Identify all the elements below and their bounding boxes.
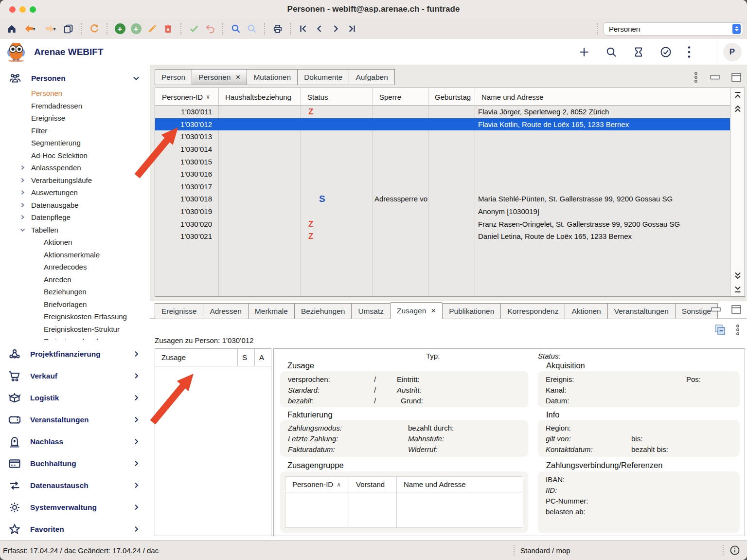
new-record-icon[interactable]: + xyxy=(113,22,126,36)
tab-zusagen[interactable]: Zusagen × xyxy=(390,302,443,319)
stacked-view-icon[interactable] xyxy=(714,324,727,336)
column-header-personen-id[interactable]: Personen-ID∨ xyxy=(155,93,218,101)
table-row[interactable]: 1’030’018 S Adresssperre vo Maria Stehlé… xyxy=(155,193,730,205)
table-row[interactable]: 1’030’014 xyxy=(155,143,730,156)
sidebar-section-systemverwaltung[interactable]: Systemverwaltung xyxy=(0,496,150,518)
sidebar-section-veranstaltungen[interactable]: Veranstaltungen xyxy=(0,409,150,431)
sidebar-item-segmentierung[interactable]: Segmentierung xyxy=(0,137,150,149)
table-row[interactable]: 1’030’020 Z Franz Rasen-Oringelet, St. G… xyxy=(155,217,730,230)
sidebar-section-personen[interactable]: Personen xyxy=(0,70,150,87)
tasks-check-circle-icon[interactable] xyxy=(659,46,672,58)
scroll-to-bottom-icon[interactable] xyxy=(733,286,742,293)
sidebar-item-aktionen[interactable]: Aktionen xyxy=(0,236,150,249)
tab-ereignisse[interactable]: Ereignisse xyxy=(155,303,203,319)
tab-dokumente[interactable]: Dokumente xyxy=(297,69,349,85)
tab-personen[interactable]: Personen × xyxy=(192,69,247,85)
next-record-icon[interactable] xyxy=(329,22,342,36)
maximize-panel-icon[interactable] xyxy=(731,73,741,82)
column-header-personen-id[interactable]: Personen-ID ∧ xyxy=(285,477,349,492)
table-row[interactable]: 1’030’011 Z Flavia Jörger, Sperletweg 2,… xyxy=(155,106,730,118)
sidebar-item-fremdadressen[interactable]: Fremdadressen xyxy=(0,100,150,112)
sidebar-item-ereigniskosten-struktur[interactable]: Ereigniskosten-Struktur xyxy=(0,323,150,336)
sidebar-item-ereigniskosten-erfassung[interactable]: Ereigniskosten-Erfassung xyxy=(0,310,150,323)
undo-icon[interactable] xyxy=(203,22,216,36)
detail-options-kebab-icon[interactable] xyxy=(735,324,740,336)
sidebar-item-aktionsmerkmale[interactable]: Aktionsmerkmale xyxy=(0,249,150,261)
column-header-geburtstag[interactable]: Geburtstag xyxy=(428,93,475,101)
tab-veranstaltungen[interactable]: Veranstaltungen xyxy=(607,303,676,319)
sidebar-item-datenausgabe[interactable]: Datenausgabe xyxy=(0,199,150,212)
sidebar-item-anlassspenden[interactable]: Anlassspenden xyxy=(0,162,150,174)
sidebar-item-ereignisse[interactable]: Ereignisse xyxy=(0,112,150,125)
global-search-icon[interactable] xyxy=(605,46,618,58)
sidebar-item-anredecodes[interactable]: Anredecodes xyxy=(0,261,150,273)
windows-copy-icon[interactable] xyxy=(62,22,75,36)
column-header-sperre[interactable]: Sperre xyxy=(373,93,428,101)
delete-trash-icon[interactable] xyxy=(161,22,175,36)
sidebar-section-datenaustausch[interactable]: Datenaustausch xyxy=(0,474,150,496)
history-hourglass-icon[interactable] xyxy=(632,46,645,58)
tab-merkmale[interactable]: Merkmale xyxy=(248,303,295,319)
column-header-zusage[interactable]: Zusage xyxy=(155,349,237,366)
tab-person[interactable]: Person xyxy=(155,69,192,85)
avatar[interactable]: P xyxy=(723,43,742,61)
back-icon[interactable]: ▾ xyxy=(21,22,38,36)
sidebar-section-buchhaltung[interactable]: Buchhaltung xyxy=(0,452,150,474)
sidebar-section-verkauf[interactable]: Verkauf xyxy=(0,365,150,387)
close-tab-icon[interactable]: × xyxy=(235,73,240,81)
tab-beziehungen[interactable]: Beziehungen xyxy=(294,303,352,319)
forward-icon[interactable]: ▾ xyxy=(41,22,59,36)
sidebar-item-ereignismerkmale[interactable]: Ereignismerkmale xyxy=(0,335,150,340)
column-header-vorstand[interactable]: Vorstand xyxy=(349,477,396,492)
maximize-panel-icon[interactable] xyxy=(731,305,741,314)
sidebar-section-nachlass[interactable]: Nachlass xyxy=(0,431,150,452)
scroll-to-top-icon[interactable] xyxy=(733,91,742,99)
refresh-icon[interactable] xyxy=(88,22,101,36)
tab-korrespondenz[interactable]: Korrespondenz xyxy=(500,303,565,319)
page-down-icon[interactable] xyxy=(733,271,742,280)
sidebar-item-beziehungen[interactable]: Beziehungen xyxy=(0,286,150,298)
back-dropdown-caret[interactable]: ▾ xyxy=(33,26,35,32)
sidebar-section-logistik[interactable]: Logistik xyxy=(0,387,150,409)
sidebar-section-projektfinanzierung[interactable]: Projektfinanzierung xyxy=(0,343,150,365)
sidebar-item-anreden[interactable]: Anreden xyxy=(0,273,150,286)
tab-aktionen[interactable]: Aktionen xyxy=(565,303,607,319)
close-window-button[interactable] xyxy=(9,6,16,13)
tab-aufgaben[interactable]: Aufgaben xyxy=(349,69,394,85)
minimize-panel-icon[interactable] xyxy=(710,75,720,80)
table-row-selected[interactable]: 1’030’012 Flavia Kotlin, Route de Loëx 1… xyxy=(155,118,730,131)
minimize-panel-icon[interactable] xyxy=(711,307,721,312)
sidebar-item-tabellen[interactable]: Tabellen xyxy=(0,224,150,236)
confirm-check-icon[interactable] xyxy=(187,22,200,36)
forward-dropdown-caret[interactable]: ▾ xyxy=(53,26,55,32)
search-secondary-icon[interactable] xyxy=(245,22,258,36)
duplicate-record-icon[interactable]: + xyxy=(129,22,142,36)
minimize-window-button[interactable] xyxy=(19,6,26,13)
edit-pencil-icon[interactable] xyxy=(145,22,159,36)
info-icon[interactable] xyxy=(729,545,740,556)
first-record-icon[interactable] xyxy=(297,22,310,36)
sidebar-item-personen[interactable]: Personen xyxy=(0,87,150,100)
sidebar-item-adhoc-selektion[interactable]: Ad-Hoc Selektion xyxy=(0,149,150,162)
column-header-a[interactable]: A xyxy=(254,349,271,366)
close-tab-icon[interactable]: × xyxy=(431,307,436,315)
sidebar-item-briefvorlagen[interactable]: Briefvorlagen xyxy=(0,298,150,311)
page-up-icon[interactable] xyxy=(733,105,742,113)
column-header-s[interactable]: S xyxy=(237,349,254,366)
table-row[interactable]: 1’030’019 Anonym [1030019] xyxy=(155,205,730,218)
sidebar-section-favoriten[interactable]: Favoriten xyxy=(0,518,150,540)
more-kebab-icon[interactable] xyxy=(687,45,692,59)
sidebar-item-verarbeitungslaeufe[interactable]: Verarbeitungsläufe xyxy=(0,174,150,187)
previous-record-icon[interactable] xyxy=(313,22,326,36)
tab-publikationen[interactable]: Publikationen xyxy=(442,303,501,319)
add-icon[interactable] xyxy=(578,46,590,58)
table-row[interactable]: 1’030’016 xyxy=(155,168,730,181)
column-header-name-adresse[interactable]: Name und Adresse xyxy=(396,477,523,492)
tab-umsatz[interactable]: Umsatz xyxy=(351,303,391,319)
sidebar-item-auswertungen[interactable]: Auswertungen xyxy=(0,186,150,199)
panel-options-kebab-icon[interactable] xyxy=(694,72,698,83)
context-select[interactable]: Personen xyxy=(604,22,743,36)
sidebar-item-datenpflege[interactable]: Datenpflege xyxy=(0,211,150,224)
column-header-status[interactable]: Status xyxy=(301,93,373,101)
print-icon[interactable] xyxy=(271,22,284,36)
